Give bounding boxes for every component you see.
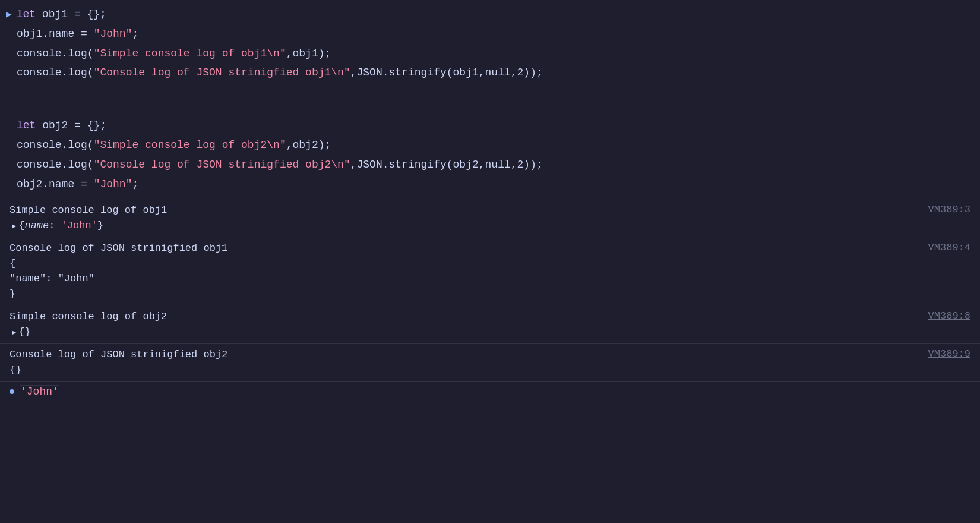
- console-entry-1: Simple console log of obj1 ▶{name: 'John…: [0, 199, 980, 237]
- console-json-empty: {}: [10, 363, 916, 378]
- code-line-7: console.log("Console log of JSON strinig…: [0, 155, 980, 175]
- obj-brace-open-1: {: [18, 220, 24, 231]
- code-editor: ▶let obj1 = {}; obj1.name = "John"; cons…: [0, 0, 980, 199]
- console-content-4: Console log of JSON strinigfied obj2 {}: [10, 347, 916, 377]
- console-link-2[interactable]: VM389:4: [928, 242, 970, 253]
- code-line-4: console.log("Console log of JSON strinig…: [0, 63, 980, 83]
- code-line-8: obj2.name = "John";: [0, 175, 980, 194]
- string-john-1: "John": [94, 26, 132, 43]
- json-key-name: "name": [10, 273, 46, 284]
- console-entry-3: Simple console log of obj2 ▶{} VM389:8: [0, 305, 980, 343]
- console-content-1: Simple console log of obj1 ▶{name: 'John…: [10, 203, 916, 233]
- devtools-panel: ▶let obj1 = {}; obj1.name = "John"; cons…: [0, 0, 980, 523]
- punct-4: ,JSON.stringify(obj1,null,2));: [350, 64, 543, 81]
- string-json-log-1: "Console log of JSON strinigfied obj1\n": [94, 64, 350, 81]
- empty-obj-2: {}: [18, 326, 30, 338]
- code-text-3a: console.log(: [17, 45, 94, 62]
- obj-key-1: name: [24, 220, 49, 231]
- console-link-3[interactable]: VM389:8: [928, 310, 970, 322]
- console-json-2: "name": "John": [10, 271, 916, 286]
- line-arrow-1: ▶: [6, 8, 12, 23]
- console-log-text-2: Console log of JSON strinigfied obj1: [10, 241, 916, 256]
- keyword-let-2: let: [17, 117, 42, 134]
- blue-dot-indicator: [10, 389, 14, 394]
- obj-val-1: 'John': [61, 220, 97, 231]
- console-object-1[interactable]: ▶{name: 'John'}: [12, 218, 916, 234]
- console-log-text-1: Simple console log of obj1: [10, 203, 916, 218]
- code-text-2: obj1.name =: [17, 26, 94, 43]
- console-entry-4: Console log of JSON strinigfied obj2 {} …: [0, 343, 980, 381]
- obj-colon-1: :: [49, 220, 61, 231]
- console-content-3: Simple console log of obj2 ▶{}: [10, 309, 916, 339]
- json-val-john: "John": [58, 273, 94, 284]
- string-json-log-2: "Console log of JSON strinigfied obj2\n": [94, 156, 350, 174]
- last-value: 'John': [20, 385, 59, 398]
- string-simple-log-1: "Simple console log of obj1\n": [94, 45, 286, 62]
- punct-1: = {};: [68, 6, 106, 23]
- var-obj1: obj1: [42, 6, 68, 23]
- console-content-2: Console log of JSON strinigfied obj1 { "…: [10, 241, 916, 301]
- empty-line-2: [0, 99, 980, 116]
- code-text-4a: console.log(: [17, 64, 94, 81]
- keyword-let-1: let: [17, 6, 42, 23]
- code-line-6: console.log("Simple console log of obj2\…: [0, 136, 980, 155]
- obj-brace-close-1: }: [97, 220, 103, 231]
- console-link-1[interactable]: VM389:3: [928, 204, 970, 215]
- var-obj2: obj2: [42, 117, 68, 134]
- code-text-6a: console.log(: [17, 137, 94, 154]
- code-line-3: console.log("Simple console log of obj1\…: [0, 44, 980, 64]
- code-line-5: let obj2 = {};: [0, 116, 980, 136]
- console-json-1: {: [10, 256, 916, 272]
- console-json-3: }: [10, 286, 916, 302]
- code-line-2: obj1.name = "John";: [0, 24, 980, 44]
- console-link-4[interactable]: VM389:9: [928, 348, 970, 360]
- code-text-8: obj2.name =: [17, 176, 94, 193]
- console-log-text-4: Console log of JSON strinigfied obj2: [10, 347, 916, 363]
- console-log-text-3: Simple console log of obj2: [10, 309, 916, 324]
- punct-7: ,JSON.stringify(obj2,null,2));: [350, 156, 543, 174]
- console-section: Simple console log of obj1 ▶{name: 'John…: [0, 199, 980, 523]
- last-value-line: 'John': [0, 381, 980, 401]
- console-object-2[interactable]: ▶{}: [12, 324, 916, 340]
- punct-3: ,obj1);: [286, 45, 331, 62]
- console-entry-2: Console log of JSON strinigfied obj1 { "…: [0, 237, 980, 305]
- string-simple-log-2: "Simple console log of obj2\n": [94, 137, 286, 154]
- punct-6: ,obj2);: [286, 137, 331, 154]
- string-john-2: "John": [94, 176, 132, 193]
- expand-arrow-1[interactable]: ▶: [12, 222, 16, 231]
- punct-5: = {};: [68, 117, 106, 134]
- expand-arrow-2[interactable]: ▶: [12, 329, 16, 337]
- punct-2: ;: [132, 26, 138, 43]
- empty-line-1: [0, 83, 980, 99]
- code-text-7a: console.log(: [17, 156, 94, 174]
- code-line-1: ▶let obj1 = {};: [0, 5, 980, 24]
- punct-8: ;: [132, 176, 138, 193]
